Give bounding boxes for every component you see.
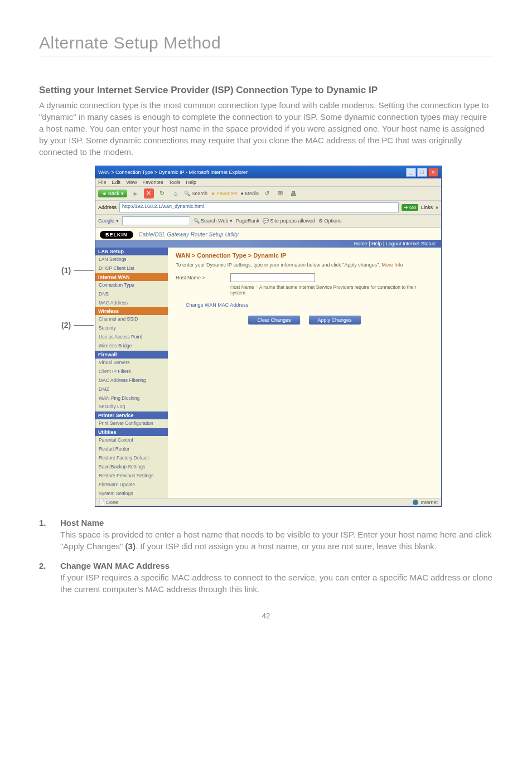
router-main-panel: WAN > Connection Type > Dynamic IP To en… <box>168 248 441 498</box>
nav-mac-address[interactable]: MAC Address <box>95 299 168 308</box>
favorites-button[interactable]: ★ Favorites <box>211 191 238 196</box>
stop-button[interactable]: ✕ <box>144 188 154 199</box>
callout-2: (2) <box>61 321 71 330</box>
change-mac-link[interactable]: Change WAN MAC Address <box>186 302 433 308</box>
callout-1: (1) <box>61 266 71 275</box>
links-button[interactable]: Links <box>421 205 433 210</box>
section-title: Setting your Internet Service Provider (… <box>39 84 493 97</box>
hostname-note: Host Name = A name that some Internet Se… <box>230 284 433 296</box>
item-body: This space is provided to enter a host n… <box>60 529 493 552</box>
window-titlebar: WAN > Connection Type > Dynamic IP - Mic… <box>95 166 441 178</box>
menu-tools[interactable]: Tools <box>168 180 180 185</box>
maximize-button[interactable]: □ <box>417 168 427 177</box>
nav-section-utilities: Utilities <box>95 428 168 436</box>
search-button[interactable]: 🔍 Search <box>184 191 207 196</box>
nav-mac-filtering[interactable]: MAC Address Filtering <box>95 376 168 385</box>
clear-changes-button[interactable]: Clear Changes <box>248 316 299 325</box>
apply-changes-button[interactable]: Apply Changes <box>309 316 361 325</box>
refresh-button[interactable]: ↻ <box>157 188 167 199</box>
hostname-label: Host Name > <box>176 275 226 280</box>
nav-security[interactable]: Security <box>95 324 168 333</box>
toolbar: ◄ Back ▾ ► ✕ ↻ ⌂ 🔍 Search ★ Favorites ● … <box>95 187 441 201</box>
nav-access-point[interactable]: Use as Access Point <box>95 333 168 342</box>
nav-section-wan: Internet WAN <box>95 273 168 281</box>
nav-channel-ssid[interactable]: Channel and SSID <box>95 315 168 324</box>
chapter-rule <box>39 56 493 56</box>
menu-file[interactable]: File <box>98 180 107 185</box>
google-search-web[interactable]: 🔍 Search Web ▾ <box>194 218 233 224</box>
item-number: 1. <box>39 518 60 552</box>
more-info-link[interactable]: More Info <box>381 262 403 268</box>
nav-section-wireless: Wireless <box>95 307 168 315</box>
links-chevron-icon[interactable]: » <box>436 205 438 210</box>
google-popups[interactable]: 💬 Site popups allowed <box>263 218 315 224</box>
address-input[interactable]: http://192.168.2.1/wan_dynamic.html <box>119 202 399 212</box>
google-search-input[interactable] <box>122 216 190 225</box>
page-number: 42 <box>39 612 493 620</box>
nav-dhcp-client-list[interactable]: DHCP Client List <box>95 264 168 273</box>
menu-favorites[interactable]: Favorites <box>142 180 163 185</box>
home-button[interactable]: ⌂ <box>171 188 181 199</box>
back-button[interactable]: ◄ Back ▾ <box>98 190 127 197</box>
window-title: WAN > Connection Type > Dynamic IP - Mic… <box>98 170 248 175</box>
status-zone: Internet <box>420 500 438 505</box>
item-body: If your ISP requires a specific MAC addr… <box>60 572 493 595</box>
internet-zone-icon <box>413 500 418 505</box>
go-button[interactable]: ➜ Go <box>402 204 418 211</box>
nav-section-lan: LAN Setup <box>95 248 168 255</box>
router-sidebar: LAN Setup LAN Settings DHCP Client List … <box>95 248 168 498</box>
nav-client-ip-filters[interactable]: Client IP Filters <box>95 367 168 376</box>
item-number: 2. <box>39 561 60 595</box>
chapter-title: Alternate Setup Method <box>39 33 493 52</box>
media-button[interactable]: ● Media <box>241 191 259 196</box>
menu-help[interactable]: Help <box>186 180 196 185</box>
address-label: Address <box>98 205 117 210</box>
nav-save-backup[interactable]: Save/Backup Settings <box>95 463 168 472</box>
nav-print-server-config[interactable]: Print Server Configuration <box>95 419 168 428</box>
google-brand: Google ▾ <box>98 218 119 224</box>
list-item: 2. Change WAN MAC Address If your ISP re… <box>39 561 493 595</box>
belkin-logo: BELKIN <box>100 231 133 239</box>
hostname-input[interactable] <box>230 273 315 282</box>
nav-firmware-update[interactable]: Firmware Update <box>95 481 168 490</box>
nav-restart-router[interactable]: Restart Router <box>95 445 168 454</box>
nav-restore-previous[interactable]: Restore Previous Settings <box>95 472 168 481</box>
google-pagerank[interactable]: PageRank <box>236 218 259 224</box>
breadcrumb: WAN > Connection Type > Dynamic IP <box>176 252 433 259</box>
google-toolbar: Google ▾ 🔍 Search Web ▾ PageRank 💬 Site … <box>95 215 441 227</box>
nav-lan-settings[interactable]: LAN Settings <box>95 255 168 264</box>
instruction-list: 1. Host Name This space is provided to e… <box>39 518 493 595</box>
history-button[interactable]: ↺ <box>262 188 272 199</box>
nav-wan-ping-blocking[interactable]: WAN Ping Blocking <box>95 394 168 403</box>
item-title: Host Name <box>60 518 493 527</box>
list-item: 1. Host Name This space is provided to e… <box>39 518 493 552</box>
router-top-links[interactable]: Home | Help | Logout Internet Status: <box>95 240 441 248</box>
callout-1-line <box>74 270 94 271</box>
nav-virtual-servers[interactable]: Virtual Servers <box>95 359 168 367</box>
menu-bar: File Edit View Favorites Tools Help <box>95 178 441 187</box>
minimize-button[interactable]: _ <box>406 168 416 177</box>
menu-view[interactable]: View <box>126 180 137 185</box>
callout-2-line <box>74 325 94 326</box>
nav-security-log[interactable]: Security Log <box>95 403 168 412</box>
google-options[interactable]: ⚙ Options <box>318 218 342 224</box>
menu-edit[interactable]: Edit <box>112 180 121 185</box>
status-done: 📄 Done <box>99 500 118 505</box>
nav-dmz[interactable]: DMZ <box>95 385 168 394</box>
close-button[interactable]: × <box>428 168 438 177</box>
nav-dns[interactable]: DNS <box>95 290 168 299</box>
nav-parental-control[interactable]: Parental Control <box>95 436 168 445</box>
nav-connection-type[interactable]: Connection Type <box>95 281 168 290</box>
mail-button[interactable]: ✉ <box>275 188 286 199</box>
nav-wireless-bridge[interactable]: Wireless Bridge <box>95 342 168 351</box>
nav-section-printer: Printer Service <box>95 412 168 419</box>
forward-button[interactable]: ► <box>130 188 141 199</box>
ie-statusbar: 📄 Done Internet <box>95 498 441 506</box>
belkin-tagline: Cable/DSL Gateway Router Setup Utility <box>139 231 239 238</box>
print-button[interactable]: 🖶 <box>289 188 299 199</box>
page-content: BELKIN Cable/DSL Gateway Router Setup Ut… <box>95 227 441 498</box>
nav-restore-default[interactable]: Restore Factory Default <box>95 454 168 463</box>
screenshot-figure: (1) (2) (3) WAN > Connection Type > Dyna… <box>61 166 493 507</box>
nav-system-settings[interactable]: System Settings <box>95 490 168 498</box>
nav-section-firewall: Firewall <box>95 351 168 359</box>
